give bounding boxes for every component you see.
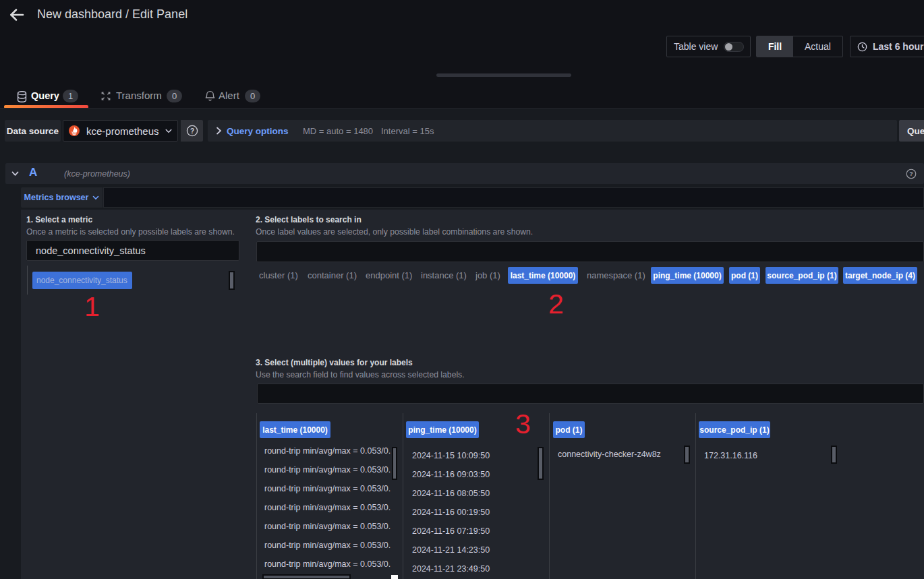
svg-text:?: ? bbox=[909, 171, 913, 177]
svg-text:?: ? bbox=[190, 127, 194, 135]
